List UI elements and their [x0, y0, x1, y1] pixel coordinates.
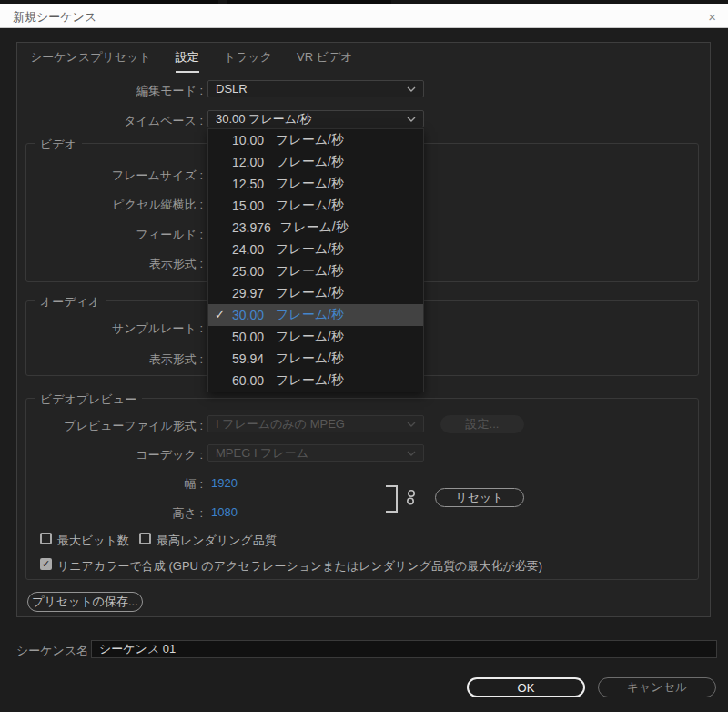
timebase-option-number: 59.94 — [232, 351, 267, 366]
preview-file-format-value: I フレームのみの MPEG — [216, 416, 407, 432]
edit-mode-value: DSLR — [216, 82, 407, 96]
timebase-select[interactable]: 30.00 フレーム/秒 — [207, 110, 424, 127]
timebase-option-number: 50.00 — [232, 330, 267, 344]
max-bit-depth-checkbox[interactable] — [40, 533, 52, 544]
pixel-aspect-label: ピクセル縦横比 : — [16, 197, 203, 213]
chevron-down-icon — [407, 86, 416, 92]
unlink-icon[interactable] — [406, 489, 417, 506]
timebase-option[interactable]: 59.94フレーム/秒 — [208, 348, 423, 370]
timebase-option[interactable]: 15.00フレーム/秒 — [208, 195, 423, 217]
timebase-option[interactable]: 10.00フレーム/秒 — [208, 129, 423, 151]
timebase-option-number: 25.00 — [232, 264, 267, 279]
save-preset-button[interactable]: プリセットの保存... — [27, 592, 143, 612]
audio-group-title: オーディオ — [35, 294, 106, 310]
chevron-down-icon — [407, 451, 416, 456]
tab-sequence-presets[interactable]: シーケンスプリセット — [30, 49, 151, 71]
timebase-option[interactable]: 25.00フレーム/秒 — [208, 260, 423, 282]
timebase-option[interactable]: 60.00フレーム/秒 — [208, 370, 423, 392]
tab-vr-video[interactable]: VR ビデオ — [297, 49, 353, 71]
timebase-option-unit: フレーム/秒 — [276, 285, 344, 301]
dimension-bracket — [386, 485, 398, 513]
timebase-option-unit: フレーム/秒 — [276, 241, 344, 258]
video-preview-group-title: ビデオプレビュー — [35, 392, 142, 408]
tab-settings[interactable]: 設定 — [176, 49, 199, 73]
timebase-option-number: 12.50 — [232, 177, 267, 191]
dialog-titlebar: 新規シーケンス × — [0, 4, 728, 28]
linear-color-checkbox[interactable]: ✓ — [40, 558, 52, 570]
fields-label: フィールド : — [16, 227, 203, 243]
timebase-option[interactable]: 23.976フレーム/秒 — [208, 217, 423, 239]
timebase-dropdown-list: 10.00フレーム/秒12.00フレーム/秒12.50フレーム/秒15.00フレ… — [207, 128, 424, 392]
height-label: 高さ : — [16, 505, 203, 522]
timebase-option-number: 10.00 — [232, 133, 267, 147]
timebase-option[interactable]: 12.00フレーム/秒 — [208, 151, 423, 173]
preview-file-format-select: I フレームのみの MPEG — [207, 415, 424, 432]
width-label: 幅 : — [16, 476, 203, 493]
timebase-option[interactable]: ✓30.00フレーム/秒 — [208, 304, 423, 326]
timebase-option-unit: フレーム/秒 — [276, 263, 344, 280]
timebase-option-unit: フレーム/秒 — [276, 198, 344, 214]
chevron-down-icon — [407, 422, 416, 427]
tab-bar: シーケンスプリセット設定トラックVR ビデオ — [30, 49, 353, 69]
timebase-option-unit: フレーム/秒 — [276, 372, 344, 389]
display-format-label: 表示形式 : — [16, 256, 203, 272]
dialog-title: 新規シーケンス — [13, 9, 96, 25]
timebase-option-number: 24.00 — [232, 242, 267, 257]
timebase-option-unit: フレーム/秒 — [276, 329, 344, 345]
max-bit-depth-label: 最大ビット数 — [57, 533, 129, 549]
frame-size-label: フレームサイズ : — [16, 168, 203, 184]
close-icon[interactable]: × — [704, 7, 720, 26]
sequence-name-value: シーケンス 01 — [99, 641, 176, 657]
max-render-quality-checkbox[interactable] — [139, 533, 151, 544]
timebase-option-unit: フレーム/秒 — [276, 176, 344, 192]
cancel-button[interactable]: キャンセル — [598, 677, 716, 697]
sample-rate-label: サンプルレート : — [16, 320, 203, 337]
timebase-option[interactable]: 29.97フレーム/秒 — [208, 282, 423, 304]
timebase-option-number: 30.00 — [232, 308, 267, 322]
timebase-option-number: 60.00 — [232, 373, 267, 388]
codec-select: MPEG I フレーム — [207, 444, 424, 462]
timebase-option-unit: フレーム/秒 — [276, 351, 344, 367]
timebase-label: タイムベース : — [16, 113, 203, 129]
width-value[interactable]: 1920 — [211, 476, 238, 490]
sequence-name-input[interactable]: シーケンス 01 — [91, 640, 717, 658]
tab-tracks[interactable]: トラック — [224, 49, 272, 71]
edit-mode-label: 編集モード : — [16, 83, 203, 99]
preview-settings-button: 設定... — [440, 415, 524, 433]
edit-mode-select[interactable]: DSLR — [207, 80, 424, 97]
check-icon: ✓ — [215, 308, 225, 321]
reset-button[interactable]: リセット — [435, 488, 524, 507]
timebase-value: 30.00 フレーム/秒 — [216, 111, 407, 127]
timebase-option-unit: フレーム/秒 — [276, 132, 344, 148]
codec-label: コーデック : — [16, 447, 203, 463]
timebase-option-number: 23.976 — [232, 220, 271, 235]
timebase-option[interactable]: 50.00フレーム/秒 — [208, 326, 423, 348]
video-group-title: ビデオ — [35, 137, 82, 153]
timebase-option-number: 15.00 — [232, 198, 267, 213]
preview-file-format-label: プレビューファイル形式 : — [16, 418, 203, 434]
height-value[interactable]: 1080 — [211, 505, 238, 519]
codec-value: MPEG I フレーム — [216, 445, 407, 462]
audio-display-format-label: 表示形式 : — [16, 351, 203, 368]
chevron-down-icon — [407, 117, 416, 122]
timebase-option-unit: フレーム/秒 — [276, 154, 344, 170]
max-render-quality-label: 最高レンダリング品質 — [157, 533, 277, 549]
timebase-option-number: 29.97 — [232, 286, 267, 300]
timebase-option-unit: フレーム/秒 — [280, 219, 349, 236]
ok-button[interactable]: OK — [467, 677, 585, 697]
timebase-option-unit: フレーム/秒 — [276, 307, 344, 323]
sequence-name-label: シーケンス名 : — [16, 643, 95, 659]
linear-color-label: リニアカラーで合成 (GPU のアクセラレーションまたはレンダリング品質の最大化… — [57, 558, 542, 575]
timebase-option[interactable]: 24.00フレーム/秒 — [208, 239, 423, 260]
timebase-option[interactable]: 12.50フレーム/秒 — [208, 173, 423, 195]
timebase-option-number: 12.00 — [232, 155, 267, 169]
